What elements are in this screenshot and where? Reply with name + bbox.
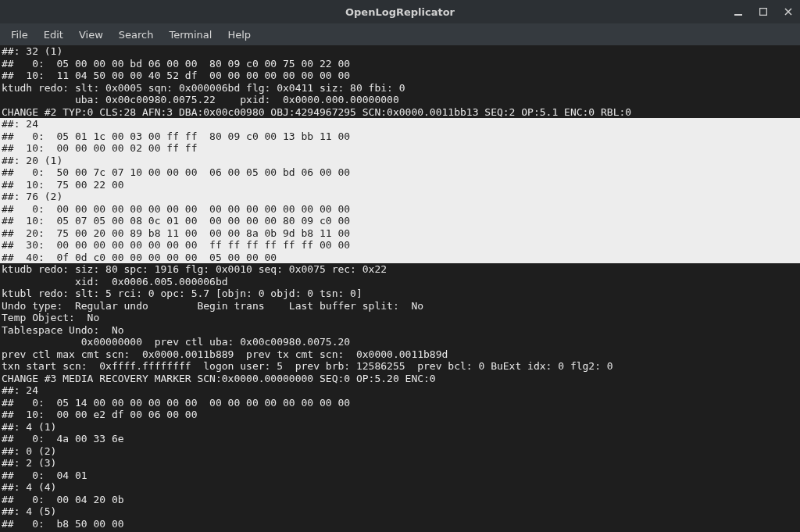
- terminal-line: CHANGE #3 MEDIA RECOVERY MARKER SCN:0x00…: [0, 373, 800, 385]
- terminal-line-selected: ## 20: 75 00 20 00 89 b8 11 00 00 00 8a …: [0, 227, 800, 240]
- window-title: OpenLogReplicator: [345, 6, 455, 18]
- terminal-line: txn start scn: 0xffff.ffffffff logon use…: [0, 360, 800, 373]
- terminal-line-selected: ## 10: 75 00 22 00: [0, 179, 800, 191]
- terminal-line-selected: ## 0: 50 00 7c 07 10 00 00 00 06 00 05 0…: [0, 166, 800, 179]
- terminal-line: ## 10: 00 00 e2 df 00 06 00 00: [0, 409, 800, 421]
- terminal-line-selected: ## 0: 05 01 1c 00 03 00 ff ff 80 09 c0 0…: [0, 130, 800, 143]
- maximize-button[interactable]: [756, 5, 770, 19]
- terminal-line: 0x00000000 prev ctl uba: 0x00c00980.0075…: [0, 336, 800, 348]
- terminal-line-selected: ## 10: 05 07 05 00 08 0c 01 00 00 00 00 …: [0, 215, 800, 227]
- terminal-output[interactable]: ##: 32 (1)## 0: 05 00 00 00 bd 06 00 00 …: [0, 45, 800, 532]
- terminal-line: ##: 4 (4): [0, 481, 800, 494]
- terminal-line: ktudb redo: siz: 80 spc: 1916 flg: 0x001…: [0, 263, 800, 276]
- menubar: File Edit View Search Terminal Help: [0, 23, 800, 45]
- titlebar: OpenLogReplicator: [0, 0, 800, 23]
- menu-edit[interactable]: Edit: [36, 26, 71, 44]
- terminal-line: ## 0: 00 04 20 0b: [0, 494, 800, 506]
- terminal-line-selected: ##: 20 (1): [0, 155, 800, 167]
- terminal-line: ##: 32 (1): [0, 45, 800, 58]
- window-controls: [731, 0, 795, 23]
- terminal-line: ##: 0 (2): [0, 445, 800, 458]
- terminal-line-selected: ## 0: 00 00 00 00 00 00 00 00 00 00 00 0…: [0, 203, 800, 216]
- terminal-line: ktubl redo: slt: 5 rci: 0 opc: 5.7 [objn…: [0, 287, 800, 300]
- terminal-line: ##: 2 (3): [0, 457, 800, 470]
- close-button[interactable]: [781, 5, 795, 19]
- terminal-line: ## 0: 04 01: [0, 470, 800, 482]
- terminal-line: ## 0: 05 00 00 00 bd 06 00 00 80 09 c0 0…: [0, 58, 800, 70]
- menu-terminal[interactable]: Terminal: [161, 26, 220, 44]
- terminal-line: prev ctl max cmt scn: 0x0000.0011b889 pr…: [0, 348, 800, 361]
- terminal-line-selected: ## 10: 00 00 00 00 02 00 ff ff: [0, 142, 800, 155]
- terminal-line-selected: ## 40: 0f 0d c0 00 00 00 00 00 05 00 00 …: [0, 252, 800, 264]
- terminal-line-selected: ##: 24: [0, 118, 800, 130]
- terminal-line: Tablespace Undo: No: [0, 324, 800, 337]
- terminal-line: Undo type: Regular undo Begin trans Last…: [0, 300, 800, 312]
- svg-rect-0: [734, 14, 742, 16]
- terminal-line: ## 0: 05 14 00 00 00 00 00 00 00 00 00 0…: [0, 397, 800, 409]
- terminal-line: ktudh redo: slt: 0x0005 sqn: 0x000006bd …: [0, 82, 800, 95]
- menu-view[interactable]: View: [71, 26, 111, 44]
- terminal-line: ## 10: 11 04 50 00 00 40 52 df 00 00 00 …: [0, 70, 800, 82]
- terminal-line: ##: 4 (1): [0, 421, 800, 434]
- menu-search[interactable]: Search: [111, 26, 162, 44]
- terminal-line-selected: ## 30: 00 00 00 00 00 00 00 00 ff ff ff …: [0, 239, 800, 252]
- terminal-line: uba: 0x00c00980.0075.22 pxid: 0x0000.000…: [0, 94, 800, 106]
- minimize-button[interactable]: [731, 5, 745, 19]
- terminal-line: ##: 4 (5): [0, 505, 800, 518]
- menu-help[interactable]: Help: [220, 26, 259, 44]
- terminal-line: ## 0: 4a 00 33 6e: [0, 433, 800, 445]
- terminal-line: xid: 0x0006.005.000006bd: [0, 276, 800, 288]
- menu-file[interactable]: File: [3, 26, 36, 44]
- terminal-line-selected: ##: 76 (2): [0, 191, 800, 203]
- terminal-line: CHANGE #2 TYP:0 CLS:28 AFN:3 DBA:0x00c00…: [0, 106, 800, 119]
- terminal-line: ## 0: b8 50 00 00: [0, 518, 800, 530]
- terminal-line: ##: 24: [0, 384, 800, 397]
- svg-rect-1: [760, 9, 767, 16]
- terminal-line: Temp Object: No: [0, 312, 800, 324]
